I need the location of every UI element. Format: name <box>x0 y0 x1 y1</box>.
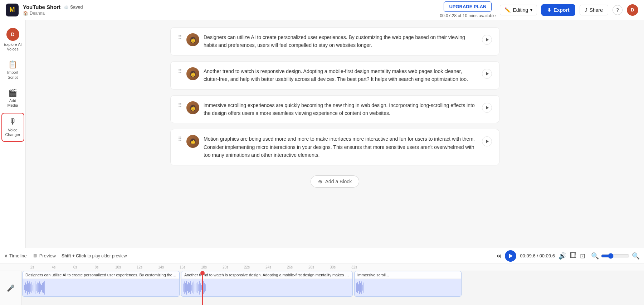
zoom-slider[interactable] <box>601 253 630 259</box>
shift-click-hint: Shift + Click to play older preview <box>62 253 127 258</box>
wave-bar <box>187 284 188 291</box>
wave-bar <box>43 282 44 294</box>
timeline-toolbar: ∨ Timeline 🖥 Preview Shift + Click to pl… <box>0 248 644 264</box>
block-play-button-4[interactable] <box>482 136 492 146</box>
wave-bar <box>361 281 362 294</box>
ruler-marks: 2s 4s 6s 8s 10s 12s 14s 16s 18s 20s 22s … <box>21 265 644 269</box>
chevron-icon: ∨ <box>4 253 8 258</box>
drag-handle-3[interactable]: ⠿ <box>178 102 182 109</box>
script-blocks: ⠿ 👩 Designers can utilize AI to create p… <box>163 27 507 188</box>
track-sidebar: 🎤 <box>0 271 21 305</box>
ruler-mark-20s: 20s <box>215 265 236 269</box>
track-clips: Designers can utilize AI to create perso… <box>21 271 644 305</box>
track-clip-2[interactable]: Another trend to watch is responsive des… <box>181 271 353 297</box>
wave-bar <box>186 281 187 295</box>
sidebar-label-voice: Voice Changer <box>4 128 21 137</box>
preview-monitor-icon: 🖥 <box>33 253 37 258</box>
content-area: ⠿ 👩 Designers can utilize AI to create p… <box>26 20 644 248</box>
sidebar: D Explore AI Voices 📋 Import Script 🎬 Ad… <box>0 20 26 248</box>
wave-bar <box>31 282 32 294</box>
script-block-1: ⠿ 👩 Designers can utilize AI to create p… <box>170 27 499 55</box>
project-title-text: YouTube Short <box>23 4 60 10</box>
wave-bar <box>36 284 36 291</box>
wave-bar <box>201 285 202 290</box>
timeline-panel: ∨ Timeline 🖥 Preview Shift + Click to pl… <box>0 248 644 305</box>
block-text-3: immersive scrolling experiences are quic… <box>204 101 478 117</box>
wave-bar <box>205 284 206 291</box>
sidebar-item-import-script[interactable]: 📋 Import Script <box>1 57 24 83</box>
wave-bar <box>39 281 40 294</box>
main-layout: D Explore AI Voices 📋 Import Script 🎬 Ad… <box>0 20 644 248</box>
volume-button[interactable]: 🔊 <box>558 252 566 260</box>
wave-bar <box>184 281 185 294</box>
app-header: M YouTube Short ☁️ Saved 🏠 Deanna UPGRAD… <box>0 0 644 20</box>
block-play-button-2[interactable] <box>482 69 492 79</box>
drag-handle-2[interactable]: ⠿ <box>178 68 182 75</box>
clip-waveform-3 <box>355 279 461 296</box>
microphone-button[interactable]: 🎤 <box>7 284 15 292</box>
ruler-mark-6s: 6s <box>64 265 86 269</box>
wave-bar <box>204 283 205 292</box>
track-content[interactable]: Designers can utilize AI to create perso… <box>21 271 644 305</box>
sidebar-label-explore: Explore AI Voices <box>4 42 22 52</box>
help-button[interactable]: ? <box>613 5 623 15</box>
timeline-ruler: 2s 4s 6s 8s 10s 12s 14s 16s 18s 20s 22s … <box>0 264 644 271</box>
sidebar-label-media: Add Media <box>4 98 22 108</box>
sidebar-item-explore-ai-voices[interactable]: D Explore AI Voices <box>1 24 24 55</box>
wave-bar <box>37 282 38 293</box>
project-info: YouTube Short ☁️ Saved 🏠 Deanna <box>23 4 83 16</box>
wave-bar <box>34 283 34 292</box>
sidebar-item-voice-changer[interactable]: 🎙 Voice Changer <box>1 113 24 141</box>
play-icon <box>509 254 513 258</box>
avatar: D <box>627 4 638 16</box>
export-button[interactable]: ⬇ Export <box>541 4 575 16</box>
clip-waveform-1 <box>23 279 179 296</box>
app-logo: M <box>6 4 19 16</box>
block-avatar-4: 👩 <box>186 135 199 148</box>
track-clip-3[interactable]: immersive scroll... <box>354 271 462 297</box>
drag-handle-1[interactable]: ⠿ <box>178 34 182 41</box>
block-avatar-1: 👩 <box>186 33 199 46</box>
play-pause-button[interactable] <box>505 250 516 262</box>
add-block-button[interactable]: ⊕ Add a Block <box>311 175 360 188</box>
ruler-mark-2s: 2s <box>21 265 43 269</box>
clip-text-1: Designers can utilize AI to create perso… <box>23 271 179 279</box>
wave-bar <box>191 285 192 291</box>
block-play-button-3[interactable] <box>482 103 492 113</box>
skip-back-button[interactable]: ⏮ <box>496 253 501 259</box>
clip-waveform-2 <box>181 279 352 296</box>
upgrade-button[interactable]: UPGRADE PLAN <box>444 1 492 12</box>
wave-bar <box>189 283 190 292</box>
ruler-mark-10s: 10s <box>107 265 129 269</box>
share-button[interactable]: ⤴ Share <box>580 5 608 15</box>
wave-bar <box>202 282 203 293</box>
track-clip-1[interactable]: Designers can utilize AI to create perso… <box>22 271 180 297</box>
avatar-icon: D <box>6 28 19 41</box>
zoom-in-button[interactable]: 🔍 <box>632 252 640 260</box>
wave-bar <box>38 283 39 292</box>
wave-bar <box>188 282 189 294</box>
ruler-mark-4s: 4s <box>43 265 64 269</box>
wave-bar <box>196 283 196 292</box>
captions-button[interactable]: ⊡ <box>580 252 585 260</box>
camera-button[interactable]: 🎞 <box>570 252 576 260</box>
drag-handle-4[interactable]: ⠿ <box>178 136 182 142</box>
editing-button[interactable]: ✏️ Editing ▾ <box>500 5 537 15</box>
wave-bar <box>41 285 42 290</box>
time-counter: 00:09.6 / 00:09.6 <box>520 253 555 258</box>
sidebar-item-add-media[interactable]: 🎬 Add Media <box>1 85 24 111</box>
add-media-icon: 🎬 <box>8 88 17 97</box>
pencil-icon: ✏️ <box>504 7 511 13</box>
play-triangle-icon-3 <box>486 106 489 110</box>
wave-bar <box>44 281 45 295</box>
wave-bar <box>198 284 199 291</box>
zoom-out-button[interactable]: 🔍 <box>591 252 599 260</box>
wave-bar <box>27 281 28 295</box>
ruler-mark-30s: 30s <box>322 265 343 269</box>
block-play-button-1[interactable] <box>482 35 492 45</box>
wave-bar <box>360 283 361 292</box>
saved-badge: ☁️ Saved <box>63 5 83 10</box>
wave-bar <box>183 284 184 291</box>
timeline-label[interactable]: ∨ Timeline <box>4 253 27 258</box>
voice-changer-icon: 🎙 <box>9 117 17 126</box>
